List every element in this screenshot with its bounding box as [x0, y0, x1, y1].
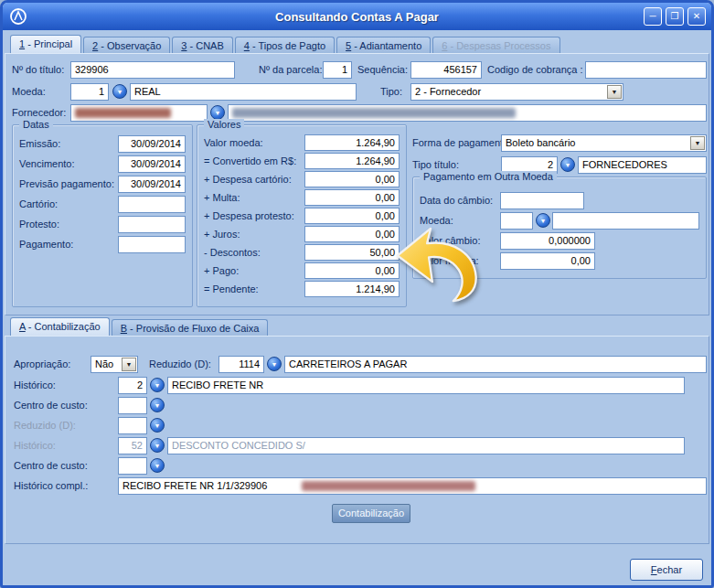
fornecedor-name-field[interactable] — [228, 104, 707, 122]
close-button[interactable]: ✕ — [687, 7, 706, 26]
reduzido1-name-field[interactable]: CARRETEIROS A PAGAR — [284, 356, 707, 373]
minimize-button[interactable]: ─ — [644, 7, 662, 26]
parcela-field[interactable]: 1 — [323, 61, 352, 79]
historico1-name-field[interactable]: RECIBO FRETE NR — [167, 377, 685, 394]
tipo-titulo-lookup-button[interactable]: ▼ — [560, 157, 575, 172]
valor-moeda-field[interactable]: 1.264,90 — [304, 134, 400, 151]
reduzido2-label: Reduzido (D): — [14, 420, 76, 431]
vencimento-label: Vencimento: — [19, 158, 75, 169]
valor-moeda-label: Valor moeda: — [204, 137, 263, 148]
outra-moeda-caption: Pagamento em Outra Moeda — [420, 171, 557, 182]
outra-moeda-lookup-button[interactable]: ▼ — [536, 213, 550, 228]
chevron-down-icon: ▼ — [155, 443, 161, 449]
sequencia-field[interactable]: 456157 — [410, 61, 482, 79]
redacted-text — [75, 108, 171, 118]
moeda-name-field[interactable]: REAL — [130, 83, 357, 101]
tab-cnab[interactable]: 3 - CNAB — [172, 37, 232, 54]
forma-pagamento-combobox[interactable]: Boleto bancário ▼ — [501, 134, 707, 152]
chevron-down-icon: ▼ — [155, 463, 161, 469]
maximize-button[interactable]: ❐ — [666, 7, 684, 26]
emissao-field[interactable]: 30/09/2014 — [118, 135, 186, 153]
historico1-code-field[interactable]: 2 — [118, 377, 147, 394]
hist-compl-field[interactable]: RECIBO FRETE NR 1/1/329906 — [118, 477, 707, 495]
convertido-field[interactable]: 1.264,90 — [304, 153, 400, 169]
tipo-combobox[interactable]: 2 - Fornecedor ▼ — [410, 83, 623, 101]
pagamento-field[interactable] — [118, 236, 186, 253]
apropriacao-dropdown-button[interactable]: ▼ — [122, 358, 136, 371]
previsao-field[interactable]: 30/09/2014 — [118, 176, 186, 193]
outra-moeda-name-field[interactable] — [552, 212, 699, 230]
valores-caption: Valores — [204, 119, 244, 130]
cobranca-field[interactable] — [585, 61, 707, 79]
title-bar[interactable]: Consultando Contas A Pagar ─ ❐ ✕ — [3, 3, 711, 30]
tab-principal[interactable]: 1 - Principal — [10, 35, 81, 54]
apropriacao-combobox[interactable]: Não ▼ — [91, 356, 138, 373]
centro2-code-field[interactable] — [118, 457, 147, 475]
juros-field[interactable]: 0,00 — [304, 226, 400, 242]
reduzido1-code-field[interactable]: 1114 — [218, 356, 264, 373]
tab-tipos-pagto[interactable]: 4 - Tipos de Pagto — [235, 37, 335, 54]
centro2-lookup-button[interactable]: ▼ — [150, 458, 165, 473]
data-cambio-field[interactable] — [500, 192, 584, 209]
tipo-label: Tipo: — [380, 86, 402, 97]
cobranca-label: Codigo de cobrança : — [487, 64, 583, 75]
descontos-field[interactable]: 50,00 — [304, 244, 400, 261]
valor-cambio-field[interactable]: 0,000000 — [500, 232, 595, 250]
minimize-icon: ─ — [649, 11, 655, 21]
reduzido2-lookup-button[interactable]: ▼ — [150, 418, 165, 433]
tipo-titulo-name-field[interactable]: FORNECEDORES — [578, 156, 707, 174]
pendente-field[interactable]: 1.214,90 — [304, 281, 400, 297]
forma-pagamento-dropdown-button[interactable]: ▼ — [690, 136, 705, 150]
tipo-dropdown-button[interactable]: ▼ — [607, 85, 622, 99]
tab-contabilizacao[interactable]: A - Contabilização — [10, 317, 110, 337]
cartorio-field[interactable] — [118, 196, 186, 213]
juros-label: + Juros: — [204, 229, 240, 240]
forma-pagamento-label: Forma de pagamento: — [412, 137, 511, 148]
protesto-field[interactable] — [118, 216, 186, 233]
chevron-down-icon: ▼ — [155, 382, 161, 389]
reduzido2-code-field[interactable] — [118, 417, 147, 434]
historico2-code-field[interactable]: 52 — [118, 437, 147, 454]
chevron-down-icon: ▼ — [565, 162, 571, 168]
moeda-lookup-button[interactable]: ▼ — [112, 84, 127, 99]
outra-valor-moeda-field[interactable]: 0,00 — [500, 252, 595, 270]
moeda-code-field[interactable]: 1 — [70, 83, 109, 101]
centro1-lookup-button[interactable]: ▼ — [150, 398, 165, 412]
chevron-down-icon: ▼ — [612, 89, 618, 95]
historico1-lookup-button[interactable]: ▼ — [150, 378, 165, 392]
chevron-down-icon: ▼ — [155, 422, 161, 429]
historico2-lookup-button[interactable]: ▼ — [150, 438, 165, 453]
contabilizacao-button[interactable]: Contabilização — [332, 504, 410, 523]
emissao-label: Emissão: — [19, 138, 60, 149]
convertido-label: = Convertido em R$: — [204, 155, 296, 166]
chevron-down-icon: ▼ — [540, 218, 547, 224]
maximize-icon: ❐ — [671, 11, 679, 21]
chevron-down-icon: ▼ — [695, 140, 701, 146]
despesa-protesto-field[interactable]: 0,00 — [304, 208, 400, 224]
reduzido1-lookup-button[interactable]: ▼ — [267, 357, 282, 371]
fechar-button[interactable]: Fechar — [630, 559, 703, 581]
fornecedor-code-field[interactable] — [70, 104, 208, 122]
tab-provisao-fluxo[interactable]: B - Provisão de Fluxo de Caixa — [112, 319, 269, 337]
main-tabstrip: 1 - Principal2 - Observação3 - CNAB4 - T… — [10, 35, 562, 54]
pago-field[interactable]: 0,00 — [304, 262, 400, 279]
fornecedor-lookup-button[interactable]: ▼ — [210, 105, 225, 120]
apropriacao-value: Não — [95, 358, 113, 369]
titulo-field[interactable]: 329906 — [70, 61, 235, 79]
parcela-label: Nº da parcela: — [259, 64, 322, 75]
dialog-window: Consultando Contas A Pagar ─ ❐ ✕ 1 - Pri… — [0, 0, 714, 588]
sequencia-label: Sequência: — [357, 64, 408, 75]
vencimento-field[interactable]: 30/09/2014 — [118, 155, 186, 173]
reduzido1-label: Reduzido (D): — [149, 358, 211, 369]
tab-adiantamento[interactable]: 5 - Adiantamento — [336, 37, 431, 54]
despesa-cartorio-field[interactable]: 0,00 — [304, 171, 400, 187]
descontos-label: - Descontos: — [204, 247, 261, 258]
multa-field[interactable]: 0,00 — [304, 189, 400, 206]
data-cambio-label: Data do câmbio: — [420, 195, 493, 206]
tab-observacao[interactable]: 2 - Observação — [83, 37, 170, 54]
centro2-label: Centro de custo: — [14, 460, 88, 471]
multa-label: + Multa: — [204, 192, 240, 203]
outra-moeda-code-field[interactable] — [500, 212, 533, 230]
centro1-code-field[interactable] — [118, 397, 147, 414]
historico2-name-field[interactable]: DESCONTO CONCEDIDO S/ — [167, 437, 685, 454]
